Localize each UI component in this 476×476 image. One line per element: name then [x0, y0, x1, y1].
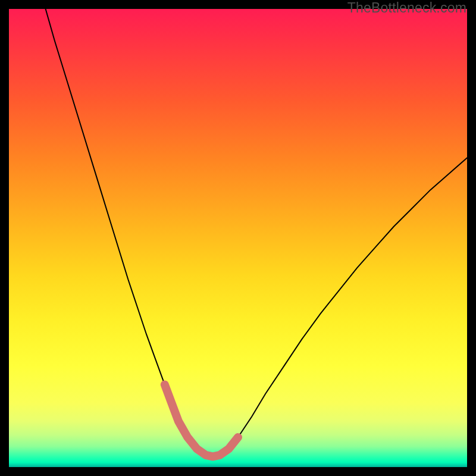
highlight-segment: [165, 384, 238, 456]
watermark-text: TheBottleneck.com: [347, 0, 466, 16]
chart-stage: TheBottleneck.com: [0, 0, 476, 476]
curve-layer: [9, 9, 467, 467]
bottleneck-curve: [46, 9, 467, 456]
